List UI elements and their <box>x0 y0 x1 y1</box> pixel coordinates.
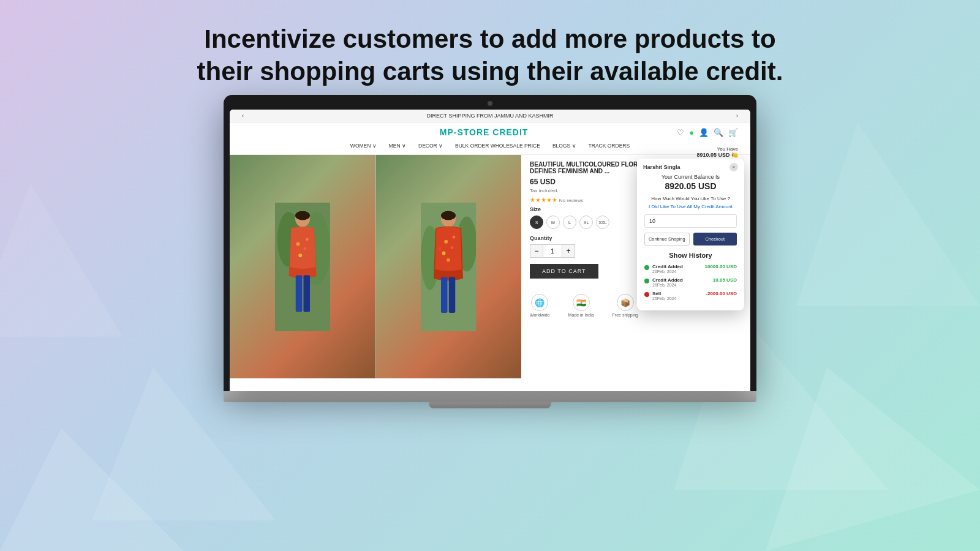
laptop-container: ‹ DIRECT SHIPPING FROM JAMMU AND KASHMIR… <box>224 95 756 408</box>
history-info-1: Credit Added 26Feb, 2024 <box>652 264 702 274</box>
cart-icon[interactable]: 🛒 <box>728 128 738 137</box>
credit-amount: 8910.05 USD 🍋 <box>696 152 738 158</box>
shipping-icon: 📦 <box>617 294 634 311</box>
size-xl[interactable]: XL <box>579 216 593 229</box>
history-amount-3: -2000.00 USD <box>706 291 737 296</box>
history-type-1: Credit Added <box>652 264 702 269</box>
nav-bulk[interactable]: BULK ORDER WHOLESALE PRICE <box>455 143 540 149</box>
nav-decor[interactable]: DECOR ∨ <box>418 143 443 149</box>
history-info-2: Credit Added 26Feb, 2024 <box>652 277 710 287</box>
credit-label: You Have <box>696 146 738 152</box>
svg-point-27 <box>439 247 442 250</box>
svg-marker-5 <box>796 122 980 306</box>
svg-point-23 <box>445 239 448 243</box>
continue-shopping-button[interactable]: Continue Shoping <box>644 233 690 246</box>
qty-decrease[interactable]: − <box>530 244 543 258</box>
laptop-stand <box>429 402 551 408</box>
store-header: MP-STORE CREDIT ♡ ● 👤 🔍 🛒 WOMEN ∨ MEN ∨ … <box>230 122 750 155</box>
madein-icon: 🇮🇳 <box>573 294 590 311</box>
product-image-2-inner <box>376 155 522 378</box>
laptop-base <box>224 391 756 402</box>
svg-point-12 <box>303 247 306 250</box>
checkout-button[interactable]: Checkout <box>693 233 737 246</box>
history-date-3: 26Feb, 2024 <box>652 296 703 301</box>
laptop-camera <box>488 101 492 106</box>
announcement-next[interactable]: › <box>736 113 738 119</box>
madein-label: Made in India <box>568 313 594 317</box>
announcement-prev[interactable]: ‹ <box>242 113 244 119</box>
footer-worldwide: 🌐 Worldwide <box>530 294 550 317</box>
size-l[interactable]: L <box>563 216 576 229</box>
popup-body: Your Current Balance Is 8920.05 USD How … <box>637 174 744 310</box>
account-icon[interactable]: 👤 <box>699 128 709 137</box>
worldwide-icon: 🌐 <box>531 294 548 311</box>
history-type-2: Credit Added <box>652 277 710 283</box>
popup-balance: 8920.05 USD <box>644 181 737 191</box>
qty-increase[interactable]: + <box>562 244 575 258</box>
popup-history-title: Show History <box>644 252 737 259</box>
history-dot-3 <box>644 292 649 297</box>
product-images <box>230 155 521 378</box>
svg-rect-17 <box>303 275 310 312</box>
headline-line2: their shopping carts using their availab… <box>197 57 783 86</box>
svg-rect-30 <box>449 277 456 313</box>
svg-rect-16 <box>296 275 303 312</box>
header-top: MP-STORE CREDIT ♡ ● 👤 🔍 🛒 <box>242 127 738 137</box>
announcement-text: DIRECT SHIPPING FROM JAMMU AND KASHMIR <box>427 113 554 119</box>
nav-women[interactable]: WOMEN ∨ <box>350 143 377 149</box>
store-logo: MP-STORE CREDIT <box>440 127 529 137</box>
svg-marker-3 <box>766 367 980 551</box>
popup-use-all-link[interactable]: I Did Like To Use All My Credit Amount <box>644 204 737 209</box>
nav-track[interactable]: TRACK ORDERS <box>589 143 630 149</box>
popup-balance-label: Your Current Balance Is <box>644 174 737 180</box>
svg-point-26 <box>453 236 456 239</box>
qty-value: 1 <box>543 244 562 258</box>
history-amount-1: 10000.00 USD <box>705 264 737 269</box>
laptop-screen: ‹ DIRECT SHIPPING FROM JAMMU AND KASHMIR… <box>230 110 750 391</box>
add-to-cart-button[interactable]: ADD TO CART <box>530 264 598 279</box>
svg-point-22 <box>441 211 456 220</box>
worldwide-label: Worldwide <box>530 313 550 317</box>
svg-point-28 <box>447 258 450 261</box>
whatsapp-icon[interactable]: ● <box>689 128 694 137</box>
laptop-frame: ‹ DIRECT SHIPPING FROM JAMMU AND KASHMIR… <box>224 95 756 391</box>
popup-buttons: Continue Shoping Checkout <box>644 233 737 246</box>
history-amount-2: 10.05 USD <box>713 277 737 283</box>
popup-username: Harshit Singla <box>643 164 680 170</box>
header-icons: ♡ ● 👤 🔍 🛒 <box>677 128 738 137</box>
history-type-3: Sell <box>652 291 703 296</box>
wishlist-icon[interactable]: ♡ <box>677 128 684 137</box>
no-reviews: No reviews <box>559 198 584 203</box>
svg-point-11 <box>296 242 300 246</box>
svg-rect-29 <box>441 277 448 313</box>
product-image-2 <box>375 155 522 378</box>
search-icon[interactable]: 🔍 <box>714 128 723 137</box>
store-website: ‹ DIRECT SHIPPING FROM JAMMU AND KASHMIR… <box>230 110 750 391</box>
svg-point-13 <box>298 253 302 257</box>
svg-point-15 <box>294 252 297 255</box>
history-dot-2 <box>644 279 649 283</box>
store-nav: WOMEN ∨ MEN ∨ DECOR ∨ BULK ORDER WHOLESA… <box>242 140 738 151</box>
credit-popup: Harshit Singla × Your Current Balance Is… <box>637 159 744 310</box>
popup-question: How Much Would You Like To Use ? <box>644 196 737 201</box>
popup-header: Harshit Singla × <box>637 159 744 174</box>
credit-badge: You Have 8910.05 USD 🍋 <box>696 146 738 158</box>
size-xxl[interactable]: XXL <box>596 216 609 229</box>
history-info-3: Sell 26Feb, 2024 <box>652 291 703 301</box>
size-s[interactable]: S <box>530 216 543 229</box>
history-item-3: Sell 26Feb, 2024 -2000.00 USD <box>644 291 737 301</box>
svg-point-10 <box>295 211 310 220</box>
svg-point-14 <box>306 238 309 241</box>
popup-close-button[interactable]: × <box>729 163 738 171</box>
svg-point-25 <box>442 251 446 255</box>
nav-men[interactable]: MEN ∨ <box>389 143 406 149</box>
history-dot-1 <box>644 265 649 270</box>
product-image-1-inner <box>230 155 375 378</box>
popup-amount-input[interactable] <box>644 214 737 228</box>
history-item-1: Credit Added 26Feb, 2024 10000.00 USD <box>644 264 737 274</box>
svg-marker-0 <box>0 429 184 551</box>
size-m[interactable]: M <box>546 216 560 229</box>
headline-line1: Incentivize customers to add more produc… <box>204 24 776 53</box>
nav-blogs[interactable]: BLOGS ∨ <box>552 143 576 149</box>
svg-point-24 <box>451 246 454 249</box>
